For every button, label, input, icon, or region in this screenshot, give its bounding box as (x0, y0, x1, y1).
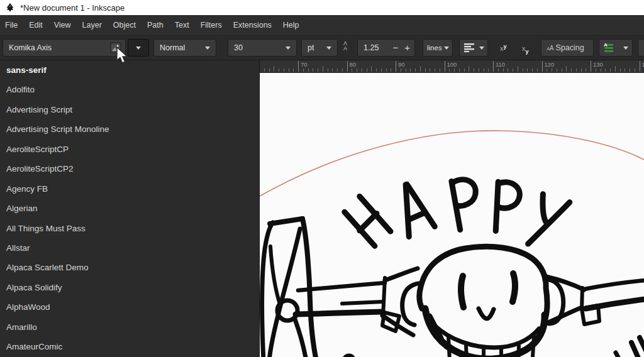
menu-item[interactable]: File (5, 21, 18, 30)
font-style-combobox[interactable]: Normal (153, 39, 216, 57)
font-family-dropdown-list: sans-serifAdolfitoAdvertising ScriptAdve… (0, 60, 260, 357)
font-family-combobox[interactable]: Komika Axis (3, 39, 126, 57)
line-height-options-combobox[interactable]: A (599, 39, 633, 57)
font-sample-icon (110, 42, 121, 53)
ruler: 708090100110120130140 (260, 60, 644, 73)
chevron-down-icon (205, 47, 210, 50)
font-list-item[interactable]: Algerian (0, 199, 259, 218)
font-list-item[interactable]: AeroliteScriptCP2 (0, 159, 259, 178)
left-eye (461, 276, 464, 307)
subscript-icon: x (522, 45, 526, 52)
font-size-combobox[interactable]: 30 (228, 39, 297, 57)
clipped-toolbar-button[interactable] (638, 39, 644, 57)
font-list-item[interactable]: AlphaWood (0, 297, 259, 317)
font-style-value: Normal (160, 43, 185, 52)
menu-item[interactable]: Filters (201, 21, 222, 30)
spacing-unit-combobox[interactable]: lines (423, 39, 453, 57)
happy-lettering (342, 178, 569, 253)
right-eye (513, 273, 515, 302)
line-spacing-spinbox[interactable]: 1.25 − + (357, 39, 415, 57)
letter-A (392, 180, 435, 237)
superscript-button[interactable]: xy (500, 42, 507, 53)
smiley-face (402, 246, 564, 357)
menu-item[interactable]: Object (113, 21, 136, 30)
menu-item[interactable]: Help (283, 21, 299, 30)
canvas[interactable]: HAPPY (260, 73, 644, 357)
font-list-item[interactable]: AmateurComic (0, 337, 259, 356)
chevron-down-icon (479, 47, 484, 50)
menu-item[interactable]: Text (175, 21, 189, 30)
font-list-item[interactable]: Alpaca Scarlett Demo (0, 258, 259, 277)
text-tool-options-bar: Komika Axis Normal 30 pt ɅA (0, 36, 644, 60)
subscript-button[interactable]: xy (522, 42, 529, 53)
font-unit-value: pt (308, 43, 314, 52)
spacing-unit-value: lines (427, 44, 442, 52)
font-unit-combobox[interactable]: pt (301, 39, 338, 57)
line-height-icon: ɅA (343, 41, 347, 51)
menu-item[interactable]: Path (147, 21, 164, 30)
font-list-item[interactable]: Amarillo (0, 317, 259, 337)
spacing-button-label: Spacing (555, 43, 584, 52)
spacing-settings-button[interactable]: AA Spacing (541, 39, 594, 57)
window-title: *New document 1 - Inkscape (20, 3, 125, 13)
font-list-item[interactable]: Advertising Script Monoline (0, 119, 259, 139)
title-bar: *New document 1 - Inkscape (0, 0, 644, 15)
align-left-icon (464, 43, 475, 52)
increase-button[interactable]: + (401, 40, 414, 56)
menu-bar: FileEditViewLayerObjectPathTextFiltersEx… (0, 15, 644, 36)
ink-drawing (262, 178, 644, 357)
font-size-value: 30 (234, 43, 243, 52)
drawing: HAPPY (260, 73, 644, 357)
letter-P (452, 178, 479, 230)
inkscape-window: *New document 1 - Inkscape FileEditViewL… (0, 0, 644, 357)
chevron-down-icon (286, 47, 291, 50)
menu-item[interactable]: View (54, 21, 71, 30)
letter-Y (521, 190, 570, 252)
font-list-item[interactable]: Allstar (0, 238, 259, 258)
menu-item[interactable]: Edit (29, 21, 43, 30)
partial-strokes (616, 338, 644, 357)
letter-spacing-icon: AA (547, 45, 553, 52)
partial-blob (343, 354, 355, 357)
font-list-item[interactable]: Advertising Script (0, 100, 259, 119)
chevron-down-icon (136, 47, 141, 50)
font-family-value: Komika Axis (9, 43, 52, 52)
letter-P2 (491, 181, 521, 234)
chevron-down-icon (623, 47, 628, 50)
font-list-item[interactable]: Adolfito (0, 80, 259, 99)
text-alignment-button[interactable] (459, 39, 488, 57)
font-list-item[interactable]: Alpaca Solidify (0, 278, 259, 297)
font-list-item[interactable]: All Things Must Pass (0, 219, 259, 238)
font-list-item[interactable]: sans-serif (0, 60, 259, 80)
barbell-bar-right (584, 280, 644, 309)
nose (479, 309, 494, 319)
decrease-button[interactable]: − (389, 40, 401, 56)
chevron-down-icon (326, 47, 331, 50)
line-spacing-value: 1.25 (364, 43, 379, 52)
menu-item[interactable]: Layer (82, 21, 102, 30)
menu-item[interactable]: Extensions (233, 21, 272, 30)
font-list-item[interactable]: Agency FB (0, 179, 259, 199)
line-height-green-icon: A (604, 43, 613, 53)
chevron-down-icon (444, 47, 449, 50)
ruler-ticks: 708090100110120130140 (260, 60, 644, 72)
inkscape-logo-icon (5, 3, 15, 13)
font-list-item[interactable]: AeroliteScriptCP (0, 140, 259, 159)
letter-H (342, 194, 392, 248)
font-family-dropdown-button[interactable] (128, 39, 149, 57)
superscript-icon: x (500, 45, 504, 52)
